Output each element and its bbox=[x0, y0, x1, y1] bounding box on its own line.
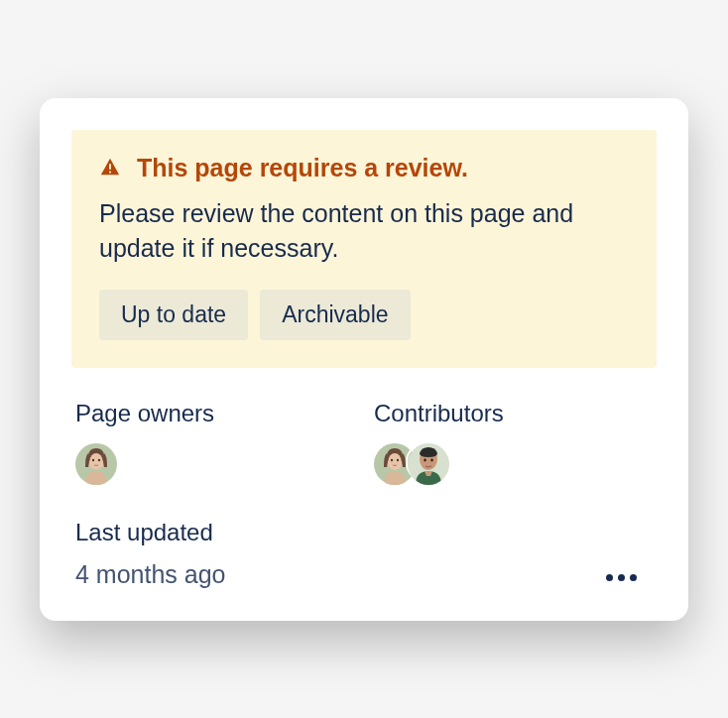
svg-point-18 bbox=[430, 458, 432, 461]
more-icon bbox=[606, 574, 613, 581]
archivable-button[interactable]: Archivable bbox=[260, 290, 410, 340]
page-owners-section: Page owners bbox=[75, 400, 354, 483]
last-updated-value: 4 months ago bbox=[75, 560, 226, 589]
more-icon bbox=[630, 574, 637, 581]
svg-rect-1 bbox=[109, 172, 111, 174]
svg-point-13 bbox=[397, 458, 399, 460]
svg-point-6 bbox=[92, 458, 94, 460]
svg-point-17 bbox=[424, 458, 425, 461]
warning-icon bbox=[99, 157, 121, 179]
page-owners-label: Page owners bbox=[75, 400, 354, 427]
info-grid: Page owners bbox=[71, 400, 657, 589]
svg-point-12 bbox=[391, 458, 393, 460]
contributors-label: Contributors bbox=[374, 400, 653, 427]
svg-point-11 bbox=[389, 453, 402, 469]
svg-point-5 bbox=[90, 453, 103, 469]
banner-actions: Up to date Archivable bbox=[99, 290, 629, 340]
last-updated-section: Last updated 4 months ago bbox=[75, 519, 226, 589]
avatar[interactable] bbox=[73, 441, 115, 483]
page-owners-avatars bbox=[75, 441, 354, 483]
contributors-avatars bbox=[374, 441, 653, 483]
bottom-row: Last updated 4 months ago bbox=[75, 519, 653, 589]
avatar[interactable] bbox=[406, 441, 447, 483]
up-to-date-button[interactable]: Up to date bbox=[99, 290, 248, 340]
review-banner: This page requires a review. Please revi… bbox=[71, 130, 657, 368]
more-icon bbox=[618, 574, 625, 581]
page-info-card: This page requires a review. Please revi… bbox=[40, 98, 688, 621]
more-actions-button[interactable] bbox=[598, 566, 645, 589]
banner-body: Please review the content on this page a… bbox=[99, 196, 629, 266]
banner-header: This page requires a review. bbox=[99, 154, 629, 182]
banner-title: This page requires a review. bbox=[137, 154, 468, 182]
last-updated-label: Last updated bbox=[75, 519, 226, 546]
contributors-section: Contributors bbox=[374, 400, 653, 483]
svg-rect-0 bbox=[109, 164, 111, 170]
svg-point-7 bbox=[98, 458, 100, 460]
